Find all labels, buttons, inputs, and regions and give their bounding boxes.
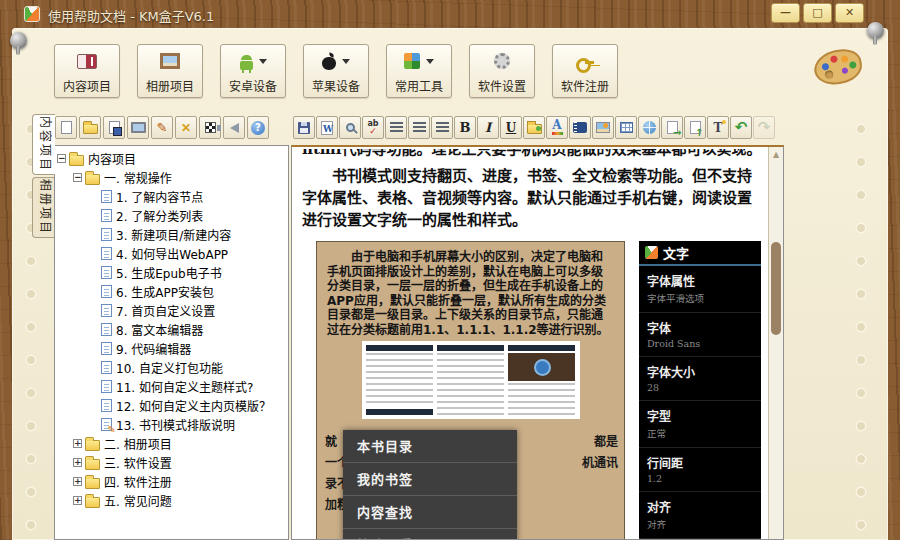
tree-item-icon	[101, 418, 112, 431]
page-background: 内容项目 相册项目 安卓设备	[12, 28, 888, 540]
vertical-scrollbar[interactable]: ▲	[768, 147, 783, 539]
toolbar-button-label: 软件设置	[478, 77, 526, 94]
content-project-button[interactable]: 内容项目	[54, 44, 120, 98]
tree-item[interactable]: 4. 如何导出WebAPP	[57, 244, 286, 263]
software-settings-button[interactable]: 软件设置	[469, 44, 535, 98]
tree-item[interactable]: 8. 富文本编辑器	[57, 320, 286, 339]
help-icon[interactable]	[247, 116, 269, 139]
tree-item[interactable]: 5. 生成Epub电子书	[57, 263, 286, 282]
tree-item-icon	[101, 380, 112, 393]
insert-table-icon[interactable]	[615, 116, 637, 139]
tree-item[interactable]: 10. 自定义打包功能	[57, 358, 286, 377]
save-icon[interactable]	[293, 116, 315, 139]
tree-expander[interactable]: +	[73, 477, 82, 486]
common-tools-button[interactable]: 常用工具	[386, 44, 452, 98]
underline-icon[interactable]	[500, 116, 522, 139]
main-toolbar: 内容项目 相册项目 安卓设备	[54, 44, 618, 98]
delete-icon[interactable]	[175, 116, 197, 139]
align-right-icon[interactable]	[431, 116, 453, 139]
tree-item[interactable]: 1. 了解内容节点	[57, 187, 286, 206]
tree-item[interactable]: + 三. 软件设置	[57, 453, 286, 472]
content-panel: html代码等功能。理论上只要手机网页能做的效果基本都可以实现。 书刊模式则支持…	[291, 114, 784, 540]
tree-view: − 内容项目 − 一. 常规操作	[54, 145, 289, 540]
bold-icon[interactable]	[454, 116, 476, 139]
side-tab-album-project[interactable]: 相册项目	[32, 177, 55, 238]
embedded-paragraph: 由于电脑和手机屏幕大小的区别，决定了电脑和手机页面排版设计上的差别，默认在电脑上…	[327, 250, 614, 337]
tree-item[interactable]: − 一. 常规操作	[57, 168, 286, 187]
theme-palette-icon[interactable]	[811, 46, 864, 88]
clipped-line: html代码等功能。理论上只要手机网页能做的效果基本都可以实现。	[302, 149, 761, 160]
scroll-up-arrow-icon[interactable]: ▲	[769, 147, 783, 162]
webpage-thumbnail	[362, 341, 580, 419]
window-controls: — □ ✕	[771, 3, 864, 23]
spellcheck-icon[interactable]	[362, 116, 384, 139]
insert-video-icon[interactable]	[569, 116, 591, 139]
preview-monitor-icon[interactable]	[127, 116, 149, 139]
open-folder-icon[interactable]	[79, 116, 101, 139]
tree-item-icon	[101, 304, 112, 317]
minimize-button[interactable]: —	[771, 3, 800, 23]
context-menu-item: 内容查找	[343, 496, 517, 529]
tree-item-label: 四. 软件注册	[104, 473, 172, 490]
book-icon	[77, 54, 97, 69]
tree-expander[interactable]: −	[73, 173, 82, 182]
find-icon[interactable]	[339, 116, 361, 139]
tree-expander[interactable]: +	[73, 458, 82, 467]
text-fragment-right: 都是 机通讯	[582, 432, 618, 474]
redo-icon[interactable]	[753, 116, 775, 139]
side-tab-content-project[interactable]: 内容项目	[32, 114, 55, 175]
tree-item-icon	[101, 247, 112, 260]
tree-item[interactable]: 7. 首页自定义设置	[57, 301, 286, 320]
tree-expander[interactable]: −	[57, 154, 66, 163]
phone-header: 文字	[639, 241, 761, 266]
edit-pencil-icon[interactable]	[151, 116, 173, 139]
text-style-icon[interactable]	[707, 116, 729, 139]
tree-item[interactable]: + 四. 软件注册	[57, 472, 286, 491]
insert-picture-icon[interactable]	[592, 116, 614, 139]
insert-image-folder-icon[interactable]	[523, 116, 545, 139]
sound-icon[interactable]	[223, 116, 245, 139]
window-title: 使用帮助文档 - KM盒子V6.1	[48, 6, 214, 25]
tree-item-label: 1. 了解内容节点	[116, 188, 203, 205]
font-color-icon[interactable]	[546, 116, 568, 139]
word-export-icon[interactable]	[316, 116, 338, 139]
tree-item-icon	[101, 266, 112, 279]
tree-item[interactable]: 12. 如何自定义主内页模版？	[57, 396, 286, 415]
right-margin-dots	[848, 120, 874, 540]
tree-item[interactable]: − 内容项目	[57, 149, 286, 168]
tree-item[interactable]: 2. 了解分类列表	[57, 206, 286, 225]
tree-item[interactable]: + 五. 常见问题	[57, 491, 286, 510]
save-project-icon[interactable]	[103, 116, 125, 139]
android-device-button[interactable]: 安卓设备	[220, 44, 286, 98]
software-register-button[interactable]: 软件注册	[552, 44, 618, 98]
tree-expander[interactable]: +	[73, 439, 82, 448]
tree-item[interactable]: 3. 新建项目/新建内容	[57, 225, 286, 244]
undo-icon[interactable]	[730, 116, 752, 139]
tree-item-label: 4. 如何导出WebAPP	[116, 245, 228, 262]
tree-item-icon	[85, 440, 100, 451]
align-center-icon[interactable]	[408, 116, 430, 139]
italic-icon[interactable]	[477, 116, 499, 139]
tree-item[interactable]: 13. 书刊模式排版说明	[57, 415, 286, 434]
tree-expander[interactable]: +	[73, 496, 82, 505]
export-page-icon[interactable]	[661, 116, 683, 139]
new-document-icon[interactable]	[55, 116, 77, 139]
import-page-icon[interactable]	[684, 116, 706, 139]
tree-item[interactable]: 11. 如何自定义主题样式?	[57, 377, 286, 396]
apple-device-button[interactable]: 苹果设备	[303, 44, 369, 98]
tree-item[interactable]: 6. 生成APP安装包	[57, 282, 286, 301]
toolbar-button-label: 内容项目	[63, 77, 111, 94]
scrollbar-thumb[interactable]	[771, 242, 781, 335]
tree-item-icon	[85, 174, 100, 185]
tree-item[interactable]: 9. 代码编辑器	[57, 339, 286, 358]
dropdown-caret-icon	[342, 59, 350, 64]
tree-item-label: 3. 新建项目/新建内容	[116, 226, 231, 243]
insert-web-icon[interactable]	[638, 116, 660, 139]
close-button[interactable]: ✕	[835, 3, 864, 23]
phone-setting-row: 字型 正常	[639, 401, 761, 448]
tree-item[interactable]: + 二. 相册项目	[57, 434, 286, 453]
align-left-icon[interactable]	[385, 116, 407, 139]
album-project-button[interactable]: 相册项目	[137, 44, 203, 98]
maximize-button[interactable]: □	[803, 3, 832, 23]
embedded-screenshot-phone: 文字 字体属性 字体平滑选项	[639, 241, 761, 540]
